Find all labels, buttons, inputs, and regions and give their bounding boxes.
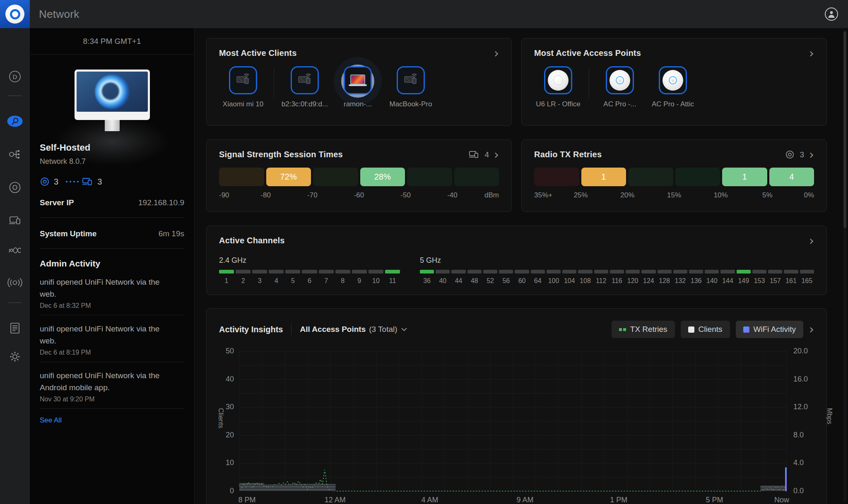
activity-insights-card: Activity Insights All Access Points (3 T… xyxy=(206,308,827,504)
segment[interactable]: 72% xyxy=(266,168,311,186)
channel-124: 124 xyxy=(641,270,655,285)
access-point-item[interactable]: uAC Pro -... xyxy=(593,66,646,108)
axis-label: -80 xyxy=(260,191,271,199)
nav-dashboard-icon[interactable] xyxy=(0,114,30,128)
item-divider xyxy=(589,68,589,98)
chevron-right-icon[interactable]: › xyxy=(809,49,814,58)
channel-165: 165 xyxy=(800,270,814,285)
nav-radios-icon[interactable] xyxy=(0,276,30,290)
channel-64: 64 xyxy=(531,270,545,285)
segment[interactable] xyxy=(454,168,499,186)
nav-site-icon[interactable]: D xyxy=(0,70,30,84)
sidebar: 8:34 PM GMT+1 Self-Hosted Network 8.0.7 … xyxy=(30,28,195,504)
admin-event-text: unifi opened UniFi Network via the web. xyxy=(40,276,176,300)
uptime-row: System Uptime 6m 19s xyxy=(40,229,184,238)
access-point-item[interactable]: U6 LR - Office xyxy=(532,66,585,108)
x-axis-label: 8 PM xyxy=(238,496,255,504)
ap-selector-dropdown[interactable]: All Access Points (3 Total) xyxy=(300,325,407,334)
nav-clients-icon[interactable] xyxy=(0,214,30,228)
access-point-item[interactable]: uAC Pro - Attic xyxy=(646,66,699,108)
channel-149: 149 xyxy=(737,270,751,285)
admin-event-text: unifi opened UniFi Network via the web. xyxy=(40,323,176,347)
legend-clients[interactable]: Clients xyxy=(681,321,730,338)
client-label: Xiaomi mi 10 xyxy=(223,100,263,108)
chevron-right-icon[interactable]: › xyxy=(809,237,814,245)
client-item[interactable]: Xiaomi mi 10 xyxy=(217,66,270,108)
segment[interactable] xyxy=(534,168,579,186)
legend-tx-retries[interactable]: TX Retries xyxy=(612,321,675,338)
channel-116: 116 xyxy=(610,270,624,285)
y-right-tick: 0.0 xyxy=(793,487,804,495)
devices-count: 3 xyxy=(54,177,58,187)
client-label: MacBook-Pro xyxy=(390,100,432,108)
nav-logs-icon[interactable] xyxy=(0,321,30,335)
nav-topology-icon[interactable] xyxy=(0,147,30,161)
chevron-right-icon[interactable]: › xyxy=(494,151,499,159)
app-title: Network xyxy=(39,8,79,21)
nav-rail: D xyxy=(0,28,30,504)
channel-5: 5 xyxy=(285,270,300,285)
channel-3: 3 xyxy=(252,270,267,285)
uptime-value: 6m 19s xyxy=(159,229,184,238)
channel-56: 56 xyxy=(499,270,513,285)
segment[interactable] xyxy=(675,168,720,186)
segment[interactable] xyxy=(407,168,452,186)
client-item[interactable]: MacBook-Pro xyxy=(384,66,437,108)
chevron-right-icon[interactable]: › xyxy=(809,151,814,159)
clients-badge-icon xyxy=(469,150,479,159)
chevron-right-icon[interactable]: › xyxy=(494,49,499,58)
nav-statistics-icon[interactable] xyxy=(0,243,30,257)
axis-label: 0% xyxy=(804,191,814,199)
client-item[interactable]: b2:3c:0f:d9:d... xyxy=(278,66,331,108)
clients-count-icon xyxy=(82,177,93,187)
axis-label: -40 xyxy=(447,191,458,199)
ap-label: AC Pro - Attic xyxy=(652,100,694,108)
y-left-axis-title: Clients xyxy=(217,408,224,428)
link-dots-icon xyxy=(66,181,79,182)
segment[interactable]: 28% xyxy=(360,168,405,186)
axis-label: -70 xyxy=(307,191,318,199)
radio-tx-card: Radio TX Retries 3 › 114 35%+25%20%15%10… xyxy=(521,139,827,212)
access-point-icon: u xyxy=(662,70,683,91)
active-channels-card: Active Channels › 2.4 GHz12345678910115 … xyxy=(206,226,827,295)
legend-wifi-activity[interactable]: WiFi Activity xyxy=(736,321,803,338)
console-image xyxy=(30,55,194,142)
server-ip-value: 192.168.10.9 xyxy=(138,198,184,207)
laptop-icon xyxy=(349,74,367,86)
axis-label: 25% xyxy=(574,191,588,199)
main-content: Most Active Clients › Xiaomi mi 10b2:3c:… xyxy=(195,28,848,504)
chevron-right-icon[interactable]: › xyxy=(809,325,814,334)
access-point-icon xyxy=(548,70,569,91)
nav-devices-icon[interactable] xyxy=(0,180,30,194)
nav-settings-icon[interactable] xyxy=(0,350,30,364)
channel-6: 6 xyxy=(302,270,317,285)
segment[interactable] xyxy=(313,168,358,186)
scrollbar-thumb[interactable] xyxy=(843,31,846,228)
channel-60: 60 xyxy=(515,270,529,285)
chevron-down-icon xyxy=(401,327,407,331)
unifi-logo[interactable] xyxy=(0,0,30,28)
channel-157: 157 xyxy=(768,270,782,285)
ap-selector-count: (3 Total) xyxy=(369,325,397,334)
user-avatar[interactable] xyxy=(825,7,838,21)
radio-card-title: Radio TX Retries xyxy=(534,150,602,159)
see-all-link[interactable]: See All xyxy=(40,416,184,425)
channel-7: 7 xyxy=(319,270,334,285)
channel-132: 132 xyxy=(673,270,687,285)
client-item[interactable]: ramon-... xyxy=(331,66,384,108)
y-left-tick: 0 xyxy=(209,487,234,495)
segment[interactable]: 1 xyxy=(722,168,767,186)
radios-badge-icon xyxy=(785,150,795,159)
segment[interactable]: 4 xyxy=(769,168,814,186)
radio-badge-count: 3 xyxy=(800,150,804,159)
segment[interactable] xyxy=(219,168,264,186)
channel-144: 144 xyxy=(720,270,735,285)
segment[interactable]: 1 xyxy=(581,168,626,186)
segment[interactable] xyxy=(628,168,673,186)
channel-136: 136 xyxy=(689,270,703,285)
channel-48: 48 xyxy=(467,270,482,285)
y-left-tick: 20 xyxy=(209,431,234,439)
devices-count-icon xyxy=(40,177,50,187)
channels-card-title: Active Channels xyxy=(219,236,285,245)
admin-activity-title: Admin Activity xyxy=(40,259,184,269)
